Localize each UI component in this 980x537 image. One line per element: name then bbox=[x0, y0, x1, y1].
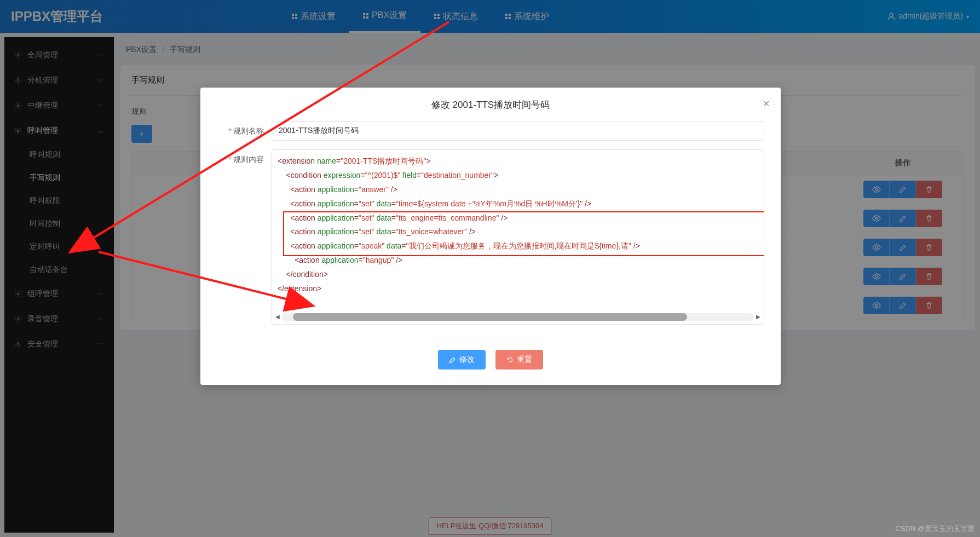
watermark: CSDN @贾宝玉的玉宝贾 bbox=[895, 524, 975, 534]
scroll-left-icon[interactable]: ◀ bbox=[274, 312, 281, 322]
label-rule-name: *规则名称 bbox=[217, 121, 272, 141]
reset-button[interactable]: 重置 bbox=[495, 350, 543, 369]
edit-rule-modal: 修改 2001-TTS播放时间号码 ✕ *规则名称 *规则内容 <extensi… bbox=[200, 88, 781, 385]
scrollbar-thumb[interactable] bbox=[293, 313, 687, 321]
edit-icon bbox=[449, 356, 456, 363]
modify-label: 修改 bbox=[459, 355, 475, 365]
refresh-icon bbox=[506, 356, 514, 363]
close-icon[interactable]: ✕ bbox=[763, 99, 770, 109]
label-rule-content: *规则内容 bbox=[217, 149, 272, 169]
rule-content-editor[interactable]: <extension name="2001-TTS播放时间号码"><condit… bbox=[272, 149, 764, 325]
code-horizontal-scrollbar[interactable]: ◀ ▶ bbox=[282, 313, 754, 321]
rule-name-input[interactable] bbox=[272, 121, 764, 141]
scroll-right-icon[interactable]: ▶ bbox=[755, 312, 762, 322]
reset-label: 重置 bbox=[517, 355, 532, 365]
modal-title-text: 修改 2001-TTS播放时间号码 bbox=[431, 100, 550, 110]
modify-button[interactable]: 修改 bbox=[438, 350, 486, 369]
modal-title: 修改 2001-TTS播放时间号码 ✕ bbox=[200, 88, 781, 121]
modal-footer: 修改 重置 bbox=[200, 344, 781, 385]
